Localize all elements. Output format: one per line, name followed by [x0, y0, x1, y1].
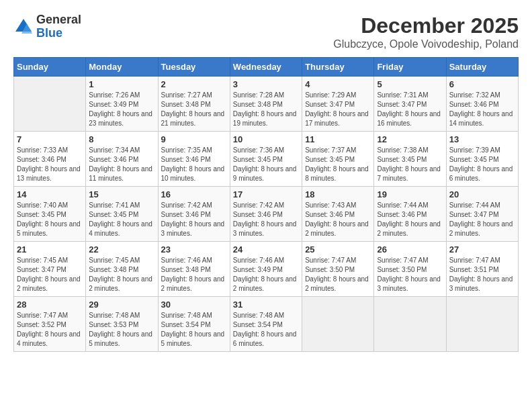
day-info: Sunrise: 7:39 AMSunset: 3:45 PMDaylight:… — [449, 146, 513, 182]
day-info: Sunrise: 7:40 AMSunset: 3:45 PMDaylight:… — [17, 201, 81, 237]
day-info: Sunrise: 7:33 AMSunset: 3:46 PMDaylight:… — [17, 146, 81, 182]
calendar-cell: 26Sunrise: 7:47 AMSunset: 3:50 PMDayligh… — [374, 242, 446, 297]
calendar-cell: 1Sunrise: 7:26 AMSunset: 3:49 PMDaylight… — [86, 77, 158, 132]
calendar-cell: 23Sunrise: 7:46 AMSunset: 3:48 PMDayligh… — [158, 242, 230, 297]
calendar-week-row: 14Sunrise: 7:40 AMSunset: 3:45 PMDayligh… — [14, 187, 519, 242]
calendar-cell: 28Sunrise: 7:47 AMSunset: 3:52 PMDayligh… — [14, 297, 86, 352]
day-info: Sunrise: 7:44 AMSunset: 3:46 PMDaylight:… — [377, 201, 441, 237]
day-number: 4 — [305, 79, 371, 89]
day-number: 28 — [17, 300, 83, 310]
day-number: 7 — [17, 134, 83, 144]
calendar-cell — [302, 297, 374, 352]
day-info: Sunrise: 7:48 AMSunset: 3:53 PMDaylight:… — [89, 312, 152, 347]
day-number: 15 — [89, 189, 154, 199]
weekday-header-sunday: Sunday — [14, 58, 86, 77]
day-info: Sunrise: 7:32 AMSunset: 3:46 PMDaylight:… — [449, 91, 513, 127]
day-number: 18 — [305, 189, 371, 199]
day-info: Sunrise: 7:47 AMSunset: 3:51 PMDaylight:… — [449, 257, 513, 292]
weekday-header-saturday: Saturday — [446, 58, 518, 77]
calendar-cell: 18Sunrise: 7:43 AMSunset: 3:46 PMDayligh… — [302, 187, 374, 242]
day-info: Sunrise: 7:44 AMSunset: 3:47 PMDaylight:… — [449, 201, 513, 237]
calendar-cell: 25Sunrise: 7:47 AMSunset: 3:50 PMDayligh… — [302, 242, 374, 297]
day-number: 1 — [89, 79, 154, 89]
day-number: 21 — [17, 244, 83, 255]
day-number: 29 — [89, 300, 154, 310]
calendar-cell: 22Sunrise: 7:45 AMSunset: 3:48 PMDayligh… — [86, 242, 158, 297]
day-info: Sunrise: 7:42 AMSunset: 3:46 PMDaylight:… — [161, 201, 225, 237]
day-info: Sunrise: 7:46 AMSunset: 3:48 PMDaylight:… — [161, 257, 225, 292]
calendar-cell: 21Sunrise: 7:45 AMSunset: 3:47 PMDayligh… — [14, 242, 86, 297]
day-info: Sunrise: 7:47 AMSunset: 3:50 PMDaylight:… — [377, 257, 441, 292]
calendar-cell — [14, 77, 86, 132]
calendar-week-row: 7Sunrise: 7:33 AMSunset: 3:46 PMDaylight… — [14, 132, 519, 187]
day-info: Sunrise: 7:37 AMSunset: 3:45 PMDaylight:… — [305, 146, 369, 182]
calendar-cell: 17Sunrise: 7:42 AMSunset: 3:46 PMDayligh… — [230, 187, 302, 242]
day-number: 23 — [161, 244, 227, 255]
title-area: December 2025 Glubczyce, Opole Voivodesh… — [333, 13, 519, 50]
weekday-header-wednesday: Wednesday — [230, 58, 302, 77]
weekday-header-row: SundayMondayTuesdayWednesdayThursdayFrid… — [14, 58, 519, 77]
calendar-week-row: 1Sunrise: 7:26 AMSunset: 3:49 PMDaylight… — [14, 77, 519, 132]
weekday-header-monday: Monday — [86, 58, 158, 77]
weekday-header-tuesday: Tuesday — [158, 58, 230, 77]
day-info: Sunrise: 7:41 AMSunset: 3:45 PMDaylight:… — [89, 201, 152, 237]
logo-icon — [13, 17, 34, 37]
day-number: 16 — [161, 189, 227, 199]
day-info: Sunrise: 7:47 AMSunset: 3:52 PMDaylight:… — [17, 312, 81, 347]
calendar-cell: 12Sunrise: 7:38 AMSunset: 3:45 PMDayligh… — [374, 132, 446, 187]
day-number: 24 — [233, 244, 299, 255]
calendar-cell: 7Sunrise: 7:33 AMSunset: 3:46 PMDaylight… — [14, 132, 86, 187]
day-number: 25 — [305, 244, 371, 255]
calendar-cell: 4Sunrise: 7:29 AMSunset: 3:47 PMDaylight… — [302, 77, 374, 132]
day-number: 8 — [89, 134, 154, 144]
day-info: Sunrise: 7:36 AMSunset: 3:45 PMDaylight:… — [233, 146, 297, 182]
header: General Blue December 2025 Glubczyce, Op… — [13, 13, 519, 50]
calendar-cell: 19Sunrise: 7:44 AMSunset: 3:46 PMDayligh… — [374, 187, 446, 242]
day-info: Sunrise: 7:31 AMSunset: 3:47 PMDaylight:… — [377, 91, 441, 127]
day-number: 20 — [449, 189, 515, 199]
day-number: 26 — [377, 244, 443, 255]
calendar-cell: 2Sunrise: 7:27 AMSunset: 3:48 PMDaylight… — [158, 77, 230, 132]
calendar-cell: 20Sunrise: 7:44 AMSunset: 3:47 PMDayligh… — [446, 187, 518, 242]
calendar-cell: 11Sunrise: 7:37 AMSunset: 3:45 PMDayligh… — [302, 132, 374, 187]
day-number: 30 — [161, 300, 227, 310]
calendar-cell: 10Sunrise: 7:36 AMSunset: 3:45 PMDayligh… — [230, 132, 302, 187]
calendar-cell: 24Sunrise: 7:46 AMSunset: 3:49 PMDayligh… — [230, 242, 302, 297]
day-info: Sunrise: 7:26 AMSunset: 3:49 PMDaylight:… — [89, 91, 152, 127]
day-number: 14 — [17, 189, 83, 199]
day-info: Sunrise: 7:35 AMSunset: 3:46 PMDaylight:… — [161, 146, 225, 182]
day-number: 19 — [377, 189, 443, 199]
calendar-cell: 14Sunrise: 7:40 AMSunset: 3:45 PMDayligh… — [14, 187, 86, 242]
location-subtitle: Glubczyce, Opole Voivodeship, Poland — [333, 38, 519, 50]
day-number: 6 — [449, 79, 515, 89]
calendar-cell — [374, 297, 446, 352]
day-number: 27 — [449, 244, 515, 255]
logo-blue-text: Blue — [36, 26, 62, 40]
calendar-cell: 6Sunrise: 7:32 AMSunset: 3:46 PMDaylight… — [446, 77, 518, 132]
day-info: Sunrise: 7:45 AMSunset: 3:48 PMDaylight:… — [89, 257, 152, 292]
weekday-header-thursday: Thursday — [302, 58, 374, 77]
day-number: 13 — [449, 134, 515, 144]
day-info: Sunrise: 7:29 AMSunset: 3:47 PMDaylight:… — [305, 91, 369, 127]
day-info: Sunrise: 7:46 AMSunset: 3:49 PMDaylight:… — [233, 257, 297, 292]
day-info: Sunrise: 7:42 AMSunset: 3:46 PMDaylight:… — [233, 201, 297, 237]
day-number: 12 — [377, 134, 443, 144]
calendar-cell — [446, 297, 518, 352]
day-info: Sunrise: 7:34 AMSunset: 3:46 PMDaylight:… — [89, 146, 152, 182]
day-number: 9 — [161, 134, 227, 144]
calendar-cell: 13Sunrise: 7:39 AMSunset: 3:45 PMDayligh… — [446, 132, 518, 187]
calendar-cell: 15Sunrise: 7:41 AMSunset: 3:45 PMDayligh… — [86, 187, 158, 242]
calendar-cell: 8Sunrise: 7:34 AMSunset: 3:46 PMDaylight… — [86, 132, 158, 187]
logo: General Blue — [13, 13, 81, 40]
calendar-week-row: 28Sunrise: 7:47 AMSunset: 3:52 PMDayligh… — [14, 297, 519, 352]
calendar-cell: 31Sunrise: 7:48 AMSunset: 3:54 PMDayligh… — [230, 297, 302, 352]
calendar-week-row: 21Sunrise: 7:45 AMSunset: 3:47 PMDayligh… — [14, 242, 519, 297]
day-info: Sunrise: 7:48 AMSunset: 3:54 PMDaylight:… — [233, 312, 297, 347]
day-number: 11 — [305, 134, 371, 144]
day-number: 10 — [233, 134, 299, 144]
day-info: Sunrise: 7:38 AMSunset: 3:45 PMDaylight:… — [377, 146, 441, 182]
calendar-cell: 9Sunrise: 7:35 AMSunset: 3:46 PMDaylight… — [158, 132, 230, 187]
day-info: Sunrise: 7:28 AMSunset: 3:48 PMDaylight:… — [233, 91, 297, 127]
month-title: December 2025 — [333, 13, 519, 38]
day-number: 17 — [233, 189, 299, 199]
